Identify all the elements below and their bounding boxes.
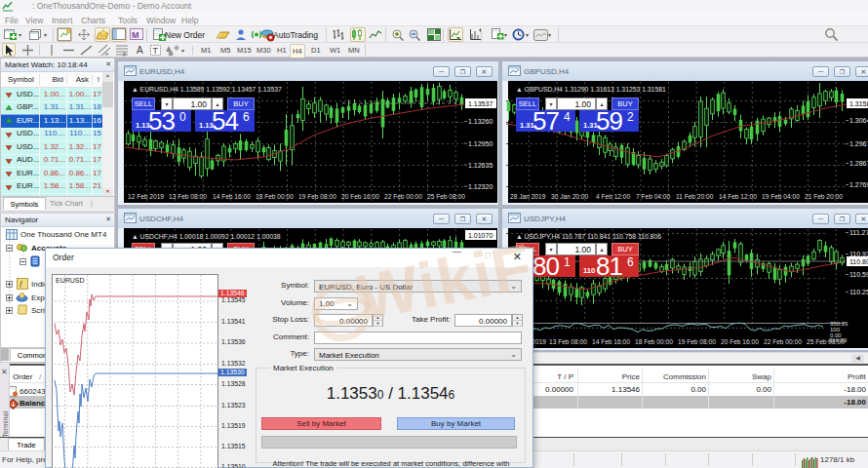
svg-text:22 Feb 00:00: 22 Feb 00:00 bbox=[384, 193, 422, 200]
svg-text:1.12635: 1.12635 bbox=[468, 162, 493, 169]
svg-text:T: T bbox=[153, 46, 159, 56]
svg-text:19 Feb 08:00: 19 Feb 08:00 bbox=[298, 193, 336, 200]
svg-text:25 Feb 08:00: 25 Feb 08:00 bbox=[427, 193, 465, 200]
svg-text:1.2967: 1.2967 bbox=[849, 140, 868, 147]
svg-text:1.2769: 1.2769 bbox=[849, 181, 868, 188]
svg-text:4 Feb 12:00: 4 Feb 12:00 bbox=[596, 193, 631, 200]
svg-text:▲ USDCHF,H4 1.00018 1.00092 1: ▲ USDCHF,H4 1.00018 1.00092 1.00012 1.00… bbox=[132, 233, 281, 240]
svg-text:▲ GBPUSD,H4 1.31290 1.31613 1: ▲ GBPUSD,H4 1.31290 1.31613 1.31253 1.31… bbox=[516, 86, 666, 93]
svg-text:F: F bbox=[123, 52, 127, 57]
svg-text:7 Feb 04:00: 7 Feb 04:00 bbox=[636, 193, 671, 200]
svg-text:20 Feb 16:00: 20 Feb 16:00 bbox=[721, 338, 759, 345]
svg-text:19 Feb 08:00: 19 Feb 08:00 bbox=[678, 338, 716, 345]
svg-text:110.93: 110.93 bbox=[849, 251, 868, 257]
svg-text:1.01070: 1.01070 bbox=[468, 232, 493, 239]
svg-text:13 Feb 08:00: 13 Feb 08:00 bbox=[549, 338, 587, 345]
svg-text:20 Feb 16:00: 20 Feb 16:00 bbox=[341, 193, 379, 200]
svg-text:18 Feb 00:00: 18 Feb 00:00 bbox=[635, 338, 673, 345]
svg-text:18 Feb 00:00: 18 Feb 00:00 bbox=[256, 193, 294, 200]
svg-text:▲ USDJPY,H4 110.787 110.841 1: ▲ USDJPY,H4 110.787 110.841 110.758 110.… bbox=[516, 233, 661, 240]
svg-text:110.59: 110.59 bbox=[849, 271, 868, 278]
svg-text:1.12320: 1.12320 bbox=[468, 183, 493, 190]
svg-text:e: e bbox=[105, 51, 109, 57]
svg-text:22 Feb 00:00: 22 Feb 00:00 bbox=[764, 338, 802, 345]
svg-text:1.2867: 1.2867 bbox=[849, 160, 868, 167]
svg-text:14 Feb 12:00: 14 Feb 12:00 bbox=[719, 193, 757, 200]
svg-text:1.13260: 1.13260 bbox=[468, 118, 493, 125]
svg-text:21 Feb 20:00: 21 Feb 20:00 bbox=[805, 193, 843, 200]
svg-text:11 Feb 20:00: 11 Feb 20:00 bbox=[676, 193, 714, 200]
svg-text:111.27: 111.27 bbox=[849, 229, 868, 236]
svg-text:13 Feb 08:00: 13 Feb 08:00 bbox=[169, 193, 207, 200]
svg-text:110.80: 110.80 bbox=[849, 258, 868, 265]
svg-text:30 Jan 20:00: 30 Jan 20:00 bbox=[551, 193, 588, 200]
svg-text:14 Feb 16:00: 14 Feb 16:00 bbox=[592, 338, 630, 345]
svg-text:19 Feb 04:00: 19 Feb 04:00 bbox=[762, 193, 800, 200]
svg-text:28 Jan 2019: 28 Jan 2019 bbox=[510, 193, 546, 200]
svg-text:12 Feb 2019: 12 Feb 2019 bbox=[128, 193, 164, 200]
svg-text:▲ EURUSD,H4 1.13589 1.13592 1: ▲ EURUSD,H4 1.13589 1.13592 1.13457 1.13… bbox=[132, 86, 282, 93]
svg-text:1.13537: 1.13537 bbox=[468, 100, 493, 107]
svg-text:25 Feb 08:00: 25 Feb 08:00 bbox=[807, 338, 845, 345]
svg-text:A: A bbox=[137, 45, 143, 56]
svg-text:M: M bbox=[132, 30, 139, 40]
svg-text:1.3158: 1.3158 bbox=[849, 100, 868, 107]
svg-text:1.3064: 1.3064 bbox=[849, 117, 868, 124]
svg-text:14 Feb 16:00: 14 Feb 16:00 bbox=[213, 193, 251, 200]
svg-text:110.25: 110.25 bbox=[849, 289, 868, 295]
svg-text:1.12950: 1.12950 bbox=[468, 140, 493, 147]
